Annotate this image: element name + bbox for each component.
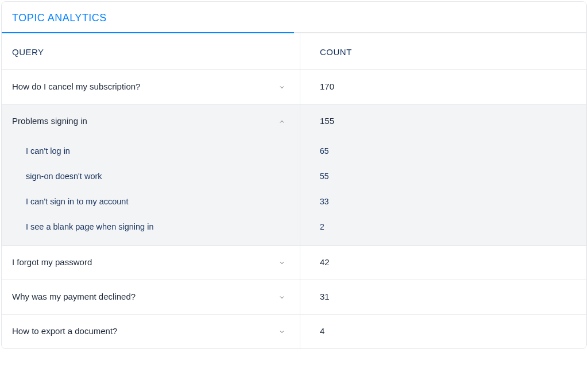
table-row[interactable]: I forgot my password 42 — [2, 246, 586, 280]
column-header-query[interactable]: QUERY — [2, 33, 300, 69]
query-text: How to export a document? — [12, 326, 117, 336]
table-header-row: QUERY COUNT — [2, 33, 586, 70]
sub-count: 55 — [300, 164, 586, 189]
query-cell: Why was my payment declined? — [2, 280, 300, 314]
sub-query-text: I see a blank page when signing in — [2, 214, 300, 245]
sub-query-text: sign-on doesn't work — [2, 164, 300, 189]
table-row[interactable]: How do I cancel my subscription? 170 — [2, 70, 586, 104]
table-row[interactable]: Problems signing in 155 — [2, 104, 586, 138]
count-cell: 170 — [300, 70, 586, 104]
panel-title: TOPIC ANALYTICS — [2, 2, 586, 32]
query-text: I forgot my password — [12, 257, 92, 267]
sub-count: 33 — [300, 189, 586, 214]
sub-row[interactable]: I can't sign in to my account 33 — [2, 189, 586, 214]
expanded-group: Problems signing in 155 I can't log in 6… — [2, 104, 586, 246]
chevron-up-icon[interactable] — [278, 118, 286, 126]
topic-analytics-panel: TOPIC ANALYTICS QUERY COUNT How do I can… — [1, 1, 587, 349]
query-text: How do I cancel my subscription? — [12, 82, 140, 91]
sub-row[interactable]: I see a blank page when signing in 2 — [2, 214, 586, 245]
query-cell: How do I cancel my subscription? — [2, 70, 300, 104]
column-header-count[interactable]: COUNT — [300, 33, 586, 69]
query-cell: How to export a document? — [2, 315, 300, 348]
query-cell: Problems signing in — [2, 104, 300, 138]
sub-row[interactable]: I can't log in 65 — [2, 138, 586, 164]
sub-count: 2 — [300, 214, 586, 245]
query-text: Problems signing in — [12, 116, 87, 126]
query-text: Why was my payment declined? — [12, 292, 136, 301]
count-cell: 31 — [300, 280, 586, 314]
sub-query-text: I can't sign in to my account — [2, 189, 300, 214]
sub-query-text: I can't log in — [2, 138, 300, 164]
chevron-down-icon[interactable] — [278, 83, 286, 91]
chevron-down-icon[interactable] — [278, 293, 286, 301]
sub-row[interactable]: sign-on doesn't work 55 — [2, 164, 586, 189]
count-cell: 42 — [300, 246, 586, 280]
sub-count: 65 — [300, 138, 586, 164]
analytics-table: QUERY COUNT How do I cancel my subscript… — [2, 33, 586, 348]
table-row[interactable]: Why was my payment declined? 31 — [2, 280, 586, 315]
count-cell: 4 — [300, 315, 586, 348]
chevron-down-icon[interactable] — [278, 328, 286, 336]
chevron-down-icon[interactable] — [278, 259, 286, 267]
table-row[interactable]: How to export a document? 4 — [2, 315, 586, 348]
count-cell: 155 — [300, 104, 586, 138]
query-cell: I forgot my password — [2, 246, 300, 280]
